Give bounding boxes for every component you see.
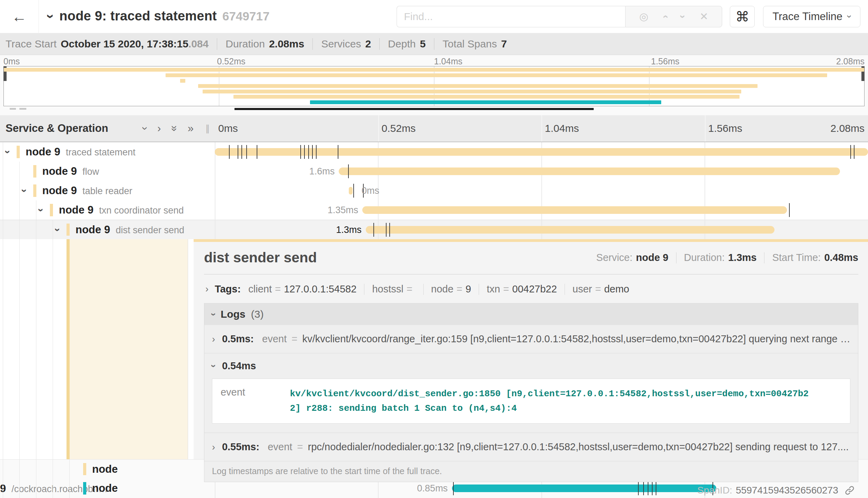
- duration-label: Duration: [225, 38, 265, 50]
- span-id-label: SpanID:: [697, 485, 732, 496]
- span-name-cell[interactable]: ›node 9dist sender send: [0, 220, 215, 239]
- span-duration-bar[interactable]: [349, 187, 353, 194]
- span-row[interactable]: ›node 9dist sender send1.3ms: [0, 220, 868, 239]
- span-bar-cell[interactable]: 1.3ms: [215, 220, 868, 239]
- service-color-swatch: [33, 184, 36, 197]
- expand-chevron-icon[interactable]: ›: [52, 225, 64, 235]
- service-value: node 9: [636, 252, 668, 263]
- log-marker-tick: [373, 223, 374, 237]
- minimap-viewport-bar[interactable]: [234, 108, 594, 110]
- chevron-down-icon: ›: [844, 15, 855, 18]
- tags-title: Tags:: [215, 283, 241, 295]
- axis-tick: 1.04ms: [545, 123, 579, 134]
- span-duration-bar[interactable]: [362, 206, 787, 214]
- collapse-trace-header-icon[interactable]: ›: [43, 14, 59, 19]
- minimap-marker: [19, 108, 26, 110]
- span-row[interactable]: ›node 9txn coordinator send1.35ms: [0, 200, 868, 220]
- log-marker-tick: [389, 223, 390, 237]
- service-label: Service:: [596, 252, 632, 263]
- column-resize-grip[interactable]: ∥: [205, 123, 210, 134]
- expand-all-icon[interactable]: »: [188, 122, 194, 135]
- log-marker-tick: [241, 145, 242, 159]
- tag: client=127.0.0.1:54582: [248, 283, 356, 295]
- minimap-canvas[interactable]: [3, 66, 865, 106]
- indent-guide: [19, 479, 20, 498]
- span-name-cell[interactable]: node 9/cockroach.roachpb.I…: [0, 460, 215, 479]
- span-duration-bar[interactable]: [339, 167, 840, 175]
- expand-one-icon[interactable]: ›: [157, 122, 161, 135]
- expand-chevron-icon[interactable]: ›: [19, 185, 30, 196]
- expand-chevron-icon[interactable]: ›: [2, 147, 14, 157]
- keyboard-shortcuts-button[interactable]: ⌘: [730, 6, 755, 27]
- logs-header[interactable]: › Logs (3): [204, 304, 858, 325]
- indent-guide: [3, 239, 3, 459]
- log-marker-tick: [850, 145, 851, 159]
- collapse-controls: › › » »: [143, 122, 194, 135]
- tags-section[interactable]: › Tags: client=127.0.0.1:54582hostssl=no…: [204, 283, 858, 295]
- services-value: 2: [365, 38, 371, 50]
- prev-result-icon[interactable]: ›: [659, 15, 671, 18]
- span-name-cell[interactable]: ›node 9txn coordinator send: [0, 200, 215, 220]
- service-color-swatch: [50, 204, 53, 216]
- span-detail-panel: dist sender send Service: node 9 Duratio…: [194, 239, 868, 459]
- span-bar-cell[interactable]: 0ms: [215, 181, 868, 200]
- log-entry[interactable]: › 0.5ms: event = kv/kvclient/kvcoord/ran…: [204, 325, 858, 353]
- span-row[interactable]: ›node 9table reader0ms: [0, 181, 868, 200]
- chevron-right-icon: ›: [205, 284, 209, 295]
- log-entry[interactable]: › 0.55ms: event = rpc/nodedialer/nodedia…: [204, 433, 858, 461]
- operation-name: table reader: [82, 186, 132, 196]
- find-controls: ◎ › › ✕: [625, 6, 722, 27]
- trace-id: 6749717: [222, 9, 269, 23]
- log-entry-header[interactable]: › 0.54ms: [212, 360, 850, 372]
- link-icon[interactable]: [844, 485, 855, 496]
- span-detail-title: dist sender send: [204, 250, 317, 266]
- span-row[interactable]: node 9flow1.6ms: [0, 162, 868, 181]
- span-row[interactable]: ›node 9traced statement: [0, 142, 868, 162]
- span-id-value: 5597415943526560273: [736, 485, 838, 496]
- collapse-one-icon[interactable]: ›: [139, 127, 151, 130]
- service-color-swatch: [17, 146, 20, 158]
- trace-minimap[interactable]: 0ms 0.52ms 1.04ms 1.56ms 2.08ms: [0, 55, 868, 115]
- span-name-cell[interactable]: ›node 9traced statement: [0, 142, 215, 162]
- back-button[interactable]: ←: [0, 0, 39, 33]
- minimap-span-bar: [180, 79, 185, 83]
- span-detail-meta: Service: node 9 Duration: 1.3ms Start Ti…: [596, 252, 858, 263]
- log-timestamp: 0.54ms: [222, 360, 256, 372]
- logs-count: (3): [251, 308, 264, 320]
- log-marker-tick: [789, 203, 790, 217]
- operation-name: traced statement: [66, 147, 135, 157]
- axis-gridline: [705, 115, 706, 142]
- service-name: node 9: [59, 204, 94, 216]
- minimap-axis: 0ms 0.52ms 1.04ms 1.56ms 2.08ms: [0, 55, 868, 65]
- service-name: node 9: [42, 184, 77, 197]
- collapse-all-icon[interactable]: »: [168, 125, 180, 131]
- expand-chevron-icon[interactable]: ›: [35, 205, 47, 215]
- service-operation-header: Service & Operation › › » » ∥: [0, 115, 215, 142]
- span-name-cell[interactable]: node 9flow: [0, 162, 215, 181]
- trace-view-selector[interactable]: Trace Timeline ›: [763, 6, 860, 27]
- log-key: event: [221, 387, 290, 416]
- log-marker-tick: [257, 145, 257, 159]
- tag: txn=00427b22: [487, 283, 557, 295]
- logs-section: › Logs (3) › 0.5ms: event = kv/kvclient/…: [204, 303, 858, 482]
- divider: [676, 252, 676, 263]
- next-result-icon[interactable]: ›: [677, 15, 689, 18]
- indent-guide: [69, 479, 70, 498]
- duration-value: 1.3ms: [728, 252, 756, 263]
- span-detail-indent: [0, 239, 194, 459]
- trace-title-wrap: › node 9: traced statement 6749717: [48, 9, 269, 24]
- span-bar-cell[interactable]: 1.35ms: [215, 200, 868, 220]
- clear-search-icon[interactable]: ✕: [700, 10, 708, 22]
- tag: node=9: [431, 283, 471, 295]
- span-bar-cell[interactable]: [215, 142, 868, 162]
- match-highlight-icon[interactable]: ◎: [639, 10, 648, 22]
- span-name-cell[interactable]: ›node 9table reader: [0, 181, 215, 200]
- find-input[interactable]: [397, 6, 625, 27]
- span-bar-cell[interactable]: 1.6ms: [215, 162, 868, 181]
- indent-guide: [69, 460, 70, 479]
- span-name-cell[interactable]: node 4/cockroach.roachpb.I…: [0, 479, 215, 498]
- span-duration-label: 1.3ms: [336, 224, 362, 235]
- indent-guide: [19, 239, 20, 459]
- span-duration-bar[interactable]: [366, 226, 775, 234]
- indent-guide: [36, 220, 36, 239]
